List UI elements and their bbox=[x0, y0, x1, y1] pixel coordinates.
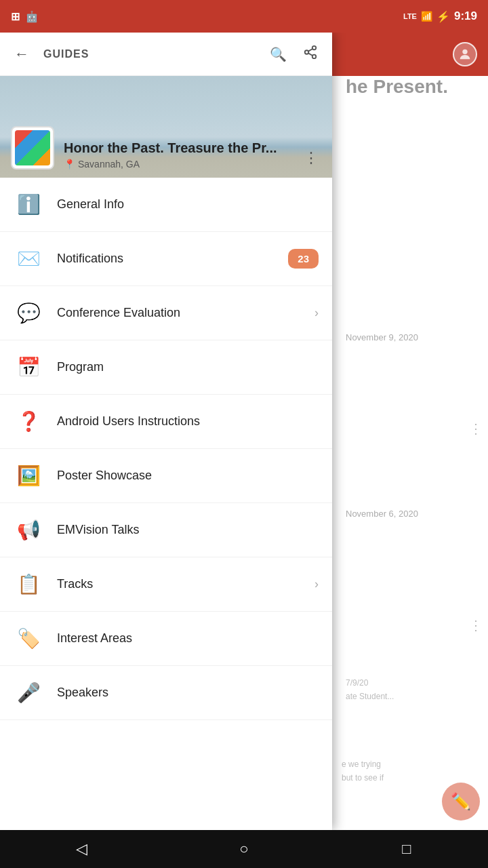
guides-title: GUIDES bbox=[43, 48, 256, 60]
navigation-drawer: ← GUIDES 🔍 Honor th bbox=[0, 33, 332, 830]
speakers-icon: 🎤 bbox=[14, 678, 43, 708]
conference-more-button[interactable]: ⋮ bbox=[301, 146, 321, 170]
drawer-appbar: ← GUIDES 🔍 bbox=[0, 33, 332, 76]
bg-top-bar bbox=[332, 33, 488, 76]
menu-item-conference-evaluation[interactable]: 💬Conference Evaluation› bbox=[0, 286, 332, 340]
battery-icon: ⚡ bbox=[436, 10, 450, 23]
android-instructions-label: Android Users Instructions bbox=[57, 414, 319, 429]
conference-header: Honor the Past. Treasure the Pr... 📍 Sav… bbox=[0, 76, 332, 178]
speakers-label: Speakers bbox=[57, 686, 319, 700]
menu-item-android-instructions[interactable]: ❓Android Users Instructions bbox=[0, 395, 332, 449]
notifications-icon: ✉️ bbox=[14, 244, 43, 274]
android-instructions-icon: ❓ bbox=[14, 407, 43, 437]
emvision-talks-icon: 📢 bbox=[14, 515, 43, 545]
back-button[interactable]: ← bbox=[11, 43, 33, 65]
notifications-badge: 23 bbox=[288, 249, 319, 269]
conference-location: 📍 Savannah, GA bbox=[64, 159, 301, 170]
interest-areas-icon: 🏷️ bbox=[14, 624, 43, 654]
emvision-talks-label: EMVision Talks bbox=[57, 523, 319, 537]
menu-item-speakers[interactable]: 🎤Speakers bbox=[0, 666, 332, 720]
conference-evaluation-label: Conference Evaluation bbox=[57, 306, 301, 320]
logo-image bbox=[15, 130, 50, 165]
menu-item-emvision-talks[interactable]: 📢EMVision Talks bbox=[0, 503, 332, 557]
search-button[interactable]: 🔍 bbox=[267, 43, 289, 65]
poster-showcase-icon: 🖼️ bbox=[14, 461, 43, 491]
time-display: 9:19 bbox=[454, 9, 477, 23]
edit-icon: ✏️ bbox=[451, 792, 471, 811]
nav-home-icon: ○ bbox=[239, 840, 248, 858]
tracks-label: Tracks bbox=[57, 577, 301, 591]
search-icon: 🔍 bbox=[270, 46, 287, 62]
conference-logo bbox=[11, 126, 54, 170]
svg-line-5 bbox=[308, 49, 312, 52]
svg-line-4 bbox=[308, 53, 312, 56]
bg-text3: e we trying bbox=[342, 760, 381, 769]
android-icon: 🤖 bbox=[25, 10, 39, 23]
menu-item-tracks[interactable]: 📋Tracks› bbox=[0, 557, 332, 612]
menu-item-general-info[interactable]: ℹ️General Info bbox=[0, 178, 332, 232]
conference-evaluation-chevron: › bbox=[314, 306, 319, 320]
bg-dots-2: ⋮ bbox=[469, 617, 481, 633]
nav-back-button[interactable]: ◁ bbox=[61, 830, 102, 868]
nav-back-icon: ◁ bbox=[76, 840, 87, 858]
menu-item-poster-showcase[interactable]: 🖼️Poster Showcase bbox=[0, 449, 332, 503]
avatar bbox=[453, 42, 477, 66]
svg-point-2 bbox=[305, 50, 309, 54]
svg-point-3 bbox=[312, 55, 317, 59]
svg-point-1 bbox=[312, 46, 317, 50]
nav-home-button[interactable]: ○ bbox=[224, 830, 264, 868]
share-button[interactable] bbox=[300, 43, 321, 65]
interest-areas-label: Interest Areas bbox=[57, 631, 319, 646]
program-icon: 📅 bbox=[14, 353, 43, 382]
notifications-label: Notifications bbox=[57, 252, 274, 266]
bg-text2: ate Student... bbox=[346, 692, 394, 701]
share-icon bbox=[303, 45, 318, 63]
bottom-navigation: ◁ ○ □ bbox=[0, 830, 488, 868]
bg-text4: but to see if bbox=[342, 773, 384, 783]
grid-icon: ⊞ bbox=[11, 10, 20, 23]
fab-button[interactable]: ✏️ bbox=[442, 783, 480, 821]
status-bar: ⊞ 🤖 LTE 📶 ⚡ 9:19 bbox=[0, 0, 488, 33]
conference-name: Honor the Past. Treasure the Pr... bbox=[64, 140, 301, 156]
svg-point-0 bbox=[462, 50, 467, 54]
menu-list: ℹ️General Info✉️Notifications23💬Conferen… bbox=[0, 178, 332, 830]
menu-item-notifications[interactable]: ✉️Notifications23 bbox=[0, 232, 332, 286]
location-pin-icon: 📍 bbox=[64, 159, 75, 170]
nav-recent-button[interactable]: □ bbox=[386, 830, 427, 868]
tracks-chevron: › bbox=[314, 577, 319, 591]
status-bar-right: LTE 📶 ⚡ 9:19 bbox=[403, 9, 477, 23]
nav-recent-icon: □ bbox=[402, 840, 411, 858]
bg-dots-1: ⋮ bbox=[469, 420, 481, 437]
conference-info: Honor the Past. Treasure the Pr... 📍 Sav… bbox=[64, 140, 301, 170]
bg-date2: November 6, 2020 bbox=[346, 509, 418, 519]
bg-text1: 7/9/20 bbox=[346, 678, 368, 688]
general-info-icon: ℹ️ bbox=[14, 190, 43, 220]
back-arrow-icon: ← bbox=[14, 45, 29, 63]
status-bar-left: ⊞ 🤖 bbox=[11, 10, 39, 23]
bg-date1: November 9, 2020 bbox=[346, 332, 418, 342]
menu-item-interest-areas[interactable]: 🏷️Interest Areas bbox=[0, 612, 332, 666]
signal-icon: 📶 bbox=[421, 11, 432, 22]
program-label: Program bbox=[57, 360, 319, 374]
conference-evaluation-icon: 💬 bbox=[14, 298, 43, 328]
general-info-label: General Info bbox=[57, 197, 319, 212]
tracks-icon: 📋 bbox=[14, 570, 43, 599]
bg-present-text: he Present. bbox=[346, 76, 448, 98]
menu-item-program[interactable]: 📅Program bbox=[0, 340, 332, 395]
poster-showcase-label: Poster Showcase bbox=[57, 469, 319, 483]
lte-icon: LTE bbox=[403, 12, 417, 20]
